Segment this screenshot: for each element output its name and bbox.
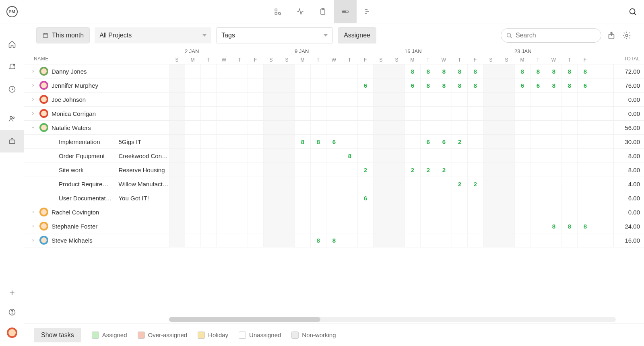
hour-cell[interactable] xyxy=(200,205,216,219)
hour-cell[interactable] xyxy=(561,149,577,163)
hour-cell[interactable] xyxy=(420,177,436,191)
hour-cell[interactable] xyxy=(373,78,389,92)
hour-cell[interactable] xyxy=(342,107,357,120)
hour-cell[interactable]: 6 xyxy=(357,78,373,92)
hour-cell[interactable] xyxy=(279,205,295,219)
person-row[interactable]: Monica Corrigan0.00 xyxy=(24,107,644,121)
hour-cell[interactable] xyxy=(452,219,467,233)
hour-cell[interactable] xyxy=(546,163,561,177)
hour-cell[interactable] xyxy=(467,135,483,148)
hour-cell[interactable] xyxy=(452,93,467,106)
hour-cell[interactable]: 6 xyxy=(436,135,452,148)
hour-cell[interactable] xyxy=(248,233,263,247)
hour-cell[interactable] xyxy=(169,233,185,247)
hour-cell[interactable] xyxy=(405,121,420,134)
hour-cell[interactable] xyxy=(483,233,499,247)
hour-cell[interactable] xyxy=(452,233,467,247)
hour-cell[interactable] xyxy=(200,93,216,106)
hour-cell[interactable] xyxy=(279,163,295,177)
hour-cell[interactable] xyxy=(373,93,389,106)
chevron-right-icon[interactable] xyxy=(30,96,36,103)
hour-cell[interactable] xyxy=(373,233,389,247)
hour-cell[interactable] xyxy=(405,93,420,106)
nav-people-icon[interactable] xyxy=(0,107,24,130)
hour-cell[interactable]: 2 xyxy=(357,163,373,177)
hour-cell[interactable] xyxy=(263,149,279,163)
hour-cell[interactable] xyxy=(279,107,295,120)
hour-cell[interactable] xyxy=(169,191,185,205)
horizontal-scrollbar[interactable] xyxy=(169,317,616,322)
nav-home-icon[interactable] xyxy=(0,33,24,56)
hour-cell[interactable] xyxy=(310,205,326,219)
hour-cell[interactable] xyxy=(483,219,499,233)
hour-cell[interactable] xyxy=(436,121,452,134)
hour-cell[interactable] xyxy=(326,205,342,219)
chevron-right-icon[interactable] xyxy=(30,209,36,215)
hour-cell[interactable] xyxy=(436,219,452,233)
hour-cell[interactable] xyxy=(436,93,452,106)
hour-cell[interactable] xyxy=(185,205,200,219)
hour-cell[interactable] xyxy=(326,78,342,92)
settings-icon[interactable] xyxy=(621,30,632,41)
hour-cell[interactable] xyxy=(200,163,216,177)
hour-cell[interactable] xyxy=(169,163,185,177)
hour-cell[interactable] xyxy=(530,233,546,247)
hour-cell[interactable] xyxy=(200,64,216,78)
hour-cell[interactable] xyxy=(169,93,185,106)
hour-cell[interactable] xyxy=(577,163,593,177)
hour-cell[interactable] xyxy=(452,163,467,177)
hour-cell[interactable] xyxy=(499,107,514,120)
hour-cell[interactable] xyxy=(295,107,310,120)
hour-cell[interactable] xyxy=(169,177,185,191)
hour-cell[interactable] xyxy=(389,64,405,78)
export-icon[interactable] xyxy=(606,30,617,41)
hour-cell[interactable]: 8 xyxy=(310,135,326,148)
hour-cell[interactable]: 8 xyxy=(546,64,561,78)
hour-cell[interactable] xyxy=(169,219,185,233)
hour-cell[interactable] xyxy=(169,135,185,148)
hour-cell[interactable]: 8 xyxy=(530,64,546,78)
hour-cell[interactable] xyxy=(279,149,295,163)
hour-cell[interactable] xyxy=(389,177,405,191)
hour-cell[interactable]: 8 xyxy=(420,78,436,92)
hour-cell[interactable] xyxy=(342,78,357,92)
hour-cell[interactable] xyxy=(499,93,514,106)
hour-cell[interactable] xyxy=(357,149,373,163)
hour-cell[interactable] xyxy=(546,107,561,120)
hour-cell[interactable] xyxy=(326,93,342,106)
hour-cell[interactable] xyxy=(530,121,546,134)
hour-cell[interactable] xyxy=(185,191,200,205)
hour-cell[interactable] xyxy=(467,121,483,134)
current-user-avatar[interactable] xyxy=(7,327,17,338)
hour-cell[interactable] xyxy=(514,177,530,191)
chevron-right-icon[interactable] xyxy=(30,68,36,74)
hour-cell[interactable] xyxy=(216,233,232,247)
hour-cell[interactable] xyxy=(185,93,200,106)
hour-cell[interactable] xyxy=(373,121,389,134)
hour-cell[interactable] xyxy=(200,121,216,134)
hour-cell[interactable] xyxy=(248,149,263,163)
hour-cell[interactable]: 2 xyxy=(452,177,467,191)
hour-cell[interactable] xyxy=(561,163,577,177)
hour-cell[interactable] xyxy=(357,121,373,134)
hour-cell[interactable] xyxy=(514,219,530,233)
hour-cell[interactable] xyxy=(169,205,185,219)
hour-cell[interactable] xyxy=(185,219,200,233)
hour-cell[interactable] xyxy=(373,219,389,233)
hour-cell[interactable] xyxy=(232,163,248,177)
hour-cell[interactable] xyxy=(248,107,263,120)
hour-cell[interactable] xyxy=(342,177,357,191)
chevron-right-icon[interactable] xyxy=(30,237,36,243)
hour-cell[interactable] xyxy=(216,205,232,219)
hour-cell[interactable] xyxy=(185,233,200,247)
date-range-button[interactable]: This month xyxy=(36,27,90,43)
hour-cell[interactable] xyxy=(216,219,232,233)
hour-cell[interactable] xyxy=(483,78,499,92)
person-row[interactable]: Jennifer Murphey6688886688676.00 xyxy=(24,78,644,93)
hour-cell[interactable] xyxy=(405,219,420,233)
hour-cell[interactable] xyxy=(185,149,200,163)
hour-cell[interactable] xyxy=(185,107,200,120)
hour-cell[interactable] xyxy=(373,64,389,78)
hour-cell[interactable] xyxy=(326,121,342,134)
hour-cell[interactable]: 8 xyxy=(467,78,483,92)
